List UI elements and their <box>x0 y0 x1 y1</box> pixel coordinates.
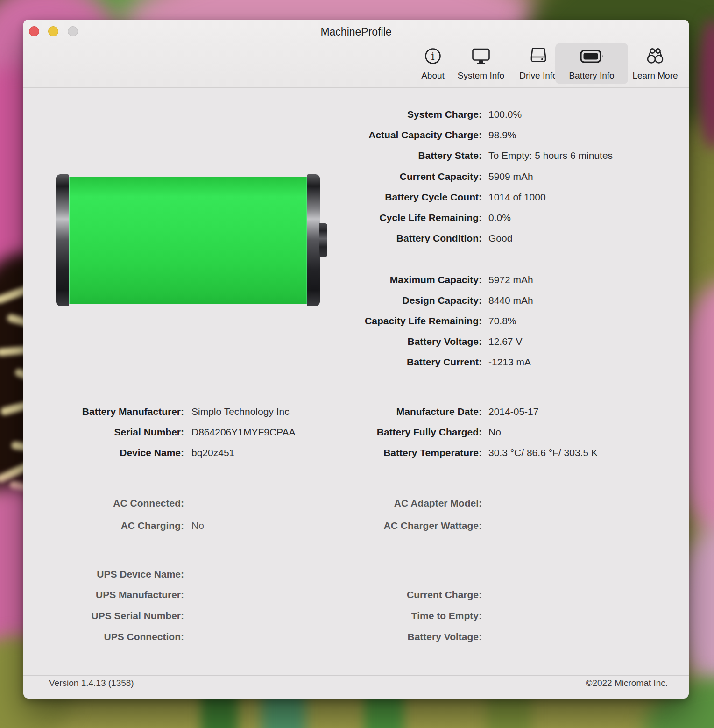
version-text: Version 1.4.13 (1358) <box>49 677 134 689</box>
stat-row: Maximum Capacity:5972 mAh <box>23 274 689 286</box>
stat-row: Capacity Life Remaining:70.8% <box>23 315 689 327</box>
stat-value: 5909 mAh <box>488 171 533 183</box>
detail-label: Battery Fully Charged: <box>377 426 482 438</box>
stat-row: Cycle Life Remaining:0.0% <box>23 212 689 224</box>
stat-label: Battery Cycle Count: <box>385 191 482 203</box>
toolbar-label: System Info <box>453 70 509 81</box>
ups-label: Current Charge: <box>407 589 482 601</box>
detail-value: No <box>488 426 501 438</box>
stat-value: To Empty: 5 hours 6 minutes <box>488 150 613 162</box>
title-toolbar-area: MachineProfile i About System Info <box>23 20 689 88</box>
battery-icon <box>555 43 628 70</box>
ac-label: AC Charger Wattage: <box>384 520 482 532</box>
ups-row: Time to Empty: <box>23 610 689 622</box>
stat-label: Current Capacity: <box>400 171 482 183</box>
ups-row: UPS Device Name: <box>23 568 689 580</box>
ups-label: UPS Device Name: <box>97 568 184 580</box>
ac-label: AC Adapter Model: <box>394 497 482 509</box>
ac-row: AC Charger Wattage: <box>23 520 689 532</box>
ups-row: Battery Voltage: <box>23 631 689 643</box>
ups-label: Time to Empty: <box>411 610 482 622</box>
toolbar-item-system-info[interactable]: System Info <box>453 43 509 84</box>
stat-value: 5972 mAh <box>488 274 533 286</box>
toolbar-item-learn-more[interactable]: Learn More <box>627 43 683 84</box>
section-divider <box>23 395 689 395</box>
toolbar-label: Learn More <box>627 70 683 81</box>
stat-label: Design Capacity: <box>403 294 482 307</box>
svg-text:i: i <box>431 50 434 62</box>
stat-value: 98.9% <box>488 129 516 141</box>
stat-label: System Charge: <box>407 108 482 121</box>
machineprofile-window: MachineProfile i About System Info <box>23 20 689 699</box>
info-circle-icon: i <box>405 43 461 70</box>
detail-value: 30.3 °C/ 86.6 °F/ 303.5 K <box>488 447 598 459</box>
stat-row: Battery Current:-1213 mA <box>23 356 689 368</box>
stat-value: 8440 mAh <box>488 294 533 307</box>
stat-label: Actual Capacity Charge: <box>368 129 482 141</box>
stat-row: System Charge:100.0% <box>23 108 689 121</box>
detail-row: Manufacture Date:2014-05-17 <box>23 406 689 418</box>
toolbar-item-battery-info[interactable]: Battery Info <box>555 43 628 84</box>
stat-value: 0.0% <box>488 212 511 224</box>
stat-row: Actual Capacity Charge:98.9% <box>23 129 689 141</box>
stat-row: Battery State:To Empty: 5 hours 6 minute… <box>23 150 689 162</box>
stat-value: 100.0% <box>488 108 522 121</box>
stat-label: Battery Condition: <box>396 232 482 244</box>
section-divider <box>23 471 689 471</box>
stat-value: -1213 mA <box>488 356 531 368</box>
detail-row: Battery Fully Charged:No <box>23 426 689 438</box>
toolbar-item-about[interactable]: i About <box>405 43 461 84</box>
stat-row: Battery Condition:Good <box>23 232 689 244</box>
detail-label: Manufacture Date: <box>396 406 482 418</box>
detail-row: Battery Temperature:30.3 °C/ 86.6 °F/ 30… <box>23 447 689 459</box>
stat-value: 1014 of 1000 <box>488 191 546 203</box>
ups-row: Current Charge: <box>23 589 689 601</box>
stat-label: Cycle Life Remaining: <box>380 212 482 224</box>
section-divider <box>23 555 689 555</box>
stat-label: Maximum Capacity: <box>390 274 482 286</box>
detail-label: Battery Temperature: <box>383 447 482 459</box>
stat-value: 70.8% <box>488 315 516 327</box>
monitor-icon <box>453 43 509 70</box>
stat-value: 12.67 V <box>488 335 522 348</box>
stat-value: Good <box>488 232 512 244</box>
stat-label: Battery Voltage: <box>408 335 482 348</box>
stat-row: Current Capacity:5909 mAh <box>23 171 689 183</box>
binoculars-icon <box>627 43 683 70</box>
window-title: MachineProfile <box>23 25 689 38</box>
stat-label: Battery State: <box>418 150 482 162</box>
stat-row: Design Capacity:8440 mAh <box>23 294 689 307</box>
stat-label: Battery Current: <box>407 356 482 368</box>
ac-row: AC Adapter Model: <box>23 497 689 509</box>
copyright-text: ©2022 Micromat Inc. <box>586 677 668 689</box>
footer-divider <box>23 675 689 676</box>
stat-label: Capacity Life Remaining: <box>365 315 482 327</box>
ups-label: Battery Voltage: <box>408 631 482 643</box>
stat-row: Battery Voltage:12.67 V <box>23 335 689 348</box>
detail-value: 2014-05-17 <box>488 406 538 418</box>
toolbar-label: About <box>405 70 461 81</box>
stat-row: Battery Cycle Count:1014 of 1000 <box>23 191 689 203</box>
toolbar-label: Battery Info <box>555 70 628 81</box>
